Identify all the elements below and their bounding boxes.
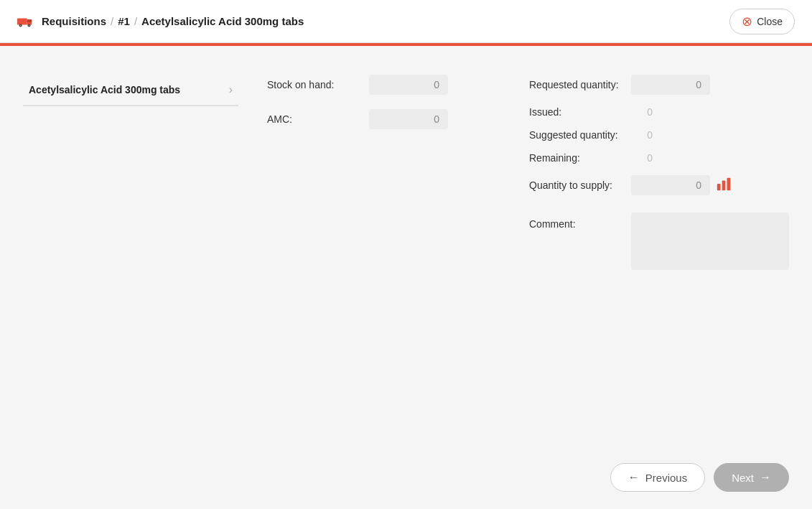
drug-item[interactable]: Acetylsalicylic Acid 300mg tabs › — [23, 75, 238, 106]
qty-supply-input[interactable] — [631, 175, 710, 195]
comment-textarea[interactable] — [631, 213, 789, 270]
breadcrumb: Requisitions / #1 / Acetylsalicylic Acid… — [17, 15, 304, 28]
svg-rect-7 — [717, 184, 721, 190]
bottom-nav: ← Previous Next → — [610, 463, 789, 492]
issued-value: 0 — [631, 106, 653, 118]
main-content: Acetylsalicylic Acid 300mg tabs › Stock … — [0, 46, 812, 506]
issued-label: Issued: — [529, 106, 622, 118]
breadcrumb-sep2: / — [134, 15, 137, 27]
comment-row: Comment: — [529, 213, 789, 270]
svg-point-6 — [29, 24, 30, 26]
svg-point-5 — [20, 24, 22, 26]
svg-rect-8 — [722, 180, 726, 190]
arrow-left-icon: ← — [628, 471, 640, 484]
suggested-qty-row: Suggested quantity: 0 — [529, 129, 789, 141]
amc-row: AMC: — [267, 109, 486, 129]
right-panel: Stock on hand: AMC: Requested quantity: — [267, 75, 789, 483]
amc-label: AMC: — [267, 113, 360, 125]
qty-supply-controls — [631, 175, 732, 195]
suggested-qty-value: 0 — [631, 129, 653, 141]
chevron-right-icon: › — [229, 83, 233, 96]
qty-supply-row: Quantity to supply: — [529, 175, 789, 195]
stock-on-hand-row: Stock on hand: — [267, 75, 486, 95]
close-label: Close — [757, 16, 783, 27]
breadcrumb-sep1: / — [111, 15, 113, 27]
svg-marker-2 — [27, 19, 32, 22]
drug-item-name: Acetylsalicylic Acid 300mg tabs — [29, 84, 180, 95]
svg-rect-0 — [17, 18, 27, 24]
suggested-qty-label: Suggested quantity: — [529, 129, 622, 141]
amc-input[interactable] — [369, 109, 448, 129]
svg-rect-9 — [727, 177, 731, 190]
stock-on-hand-label: Stock on hand: — [267, 79, 360, 90]
stock-on-hand-input[interactable] — [369, 75, 448, 95]
next-label: Next — [732, 472, 754, 484]
breadcrumb-item: Acetylsalicylic Acid 300mg tabs — [141, 15, 304, 27]
close-circle-icon: ⊗ — [742, 14, 752, 29]
qty-supply-label: Quantity to supply: — [529, 179, 622, 191]
comment-label: Comment: — [529, 213, 622, 230]
requested-qty-row: Requested quantity: — [529, 75, 789, 95]
header: Requisitions / #1 / Acetylsalicylic Acid… — [0, 0, 812, 43]
close-button[interactable]: ⊗ Close — [729, 9, 795, 34]
remaining-value: 0 — [631, 152, 653, 164]
left-panel: Acetylsalicylic Acid 300mg tabs › — [23, 75, 238, 483]
previous-button[interactable]: ← Previous — [610, 463, 705, 492]
breadcrumb-root: Requisitions — [42, 15, 106, 27]
requested-qty-input[interactable] — [631, 75, 710, 95]
remaining-row: Remaining: 0 — [529, 152, 789, 164]
chart-bar-icon[interactable] — [716, 176, 732, 195]
previous-label: Previous — [645, 472, 687, 484]
breadcrumb-id: #1 — [118, 15, 130, 27]
next-button[interactable]: Next → — [714, 463, 789, 492]
issued-row: Issued: 0 — [529, 106, 789, 118]
remaining-label: Remaining: — [529, 152, 622, 164]
requested-qty-label: Requested quantity: — [529, 79, 622, 90]
arrow-right-icon: → — [760, 471, 771, 484]
truck-icon — [17, 15, 33, 28]
form-grid: Stock on hand: AMC: Requested quantity: — [267, 75, 789, 270]
